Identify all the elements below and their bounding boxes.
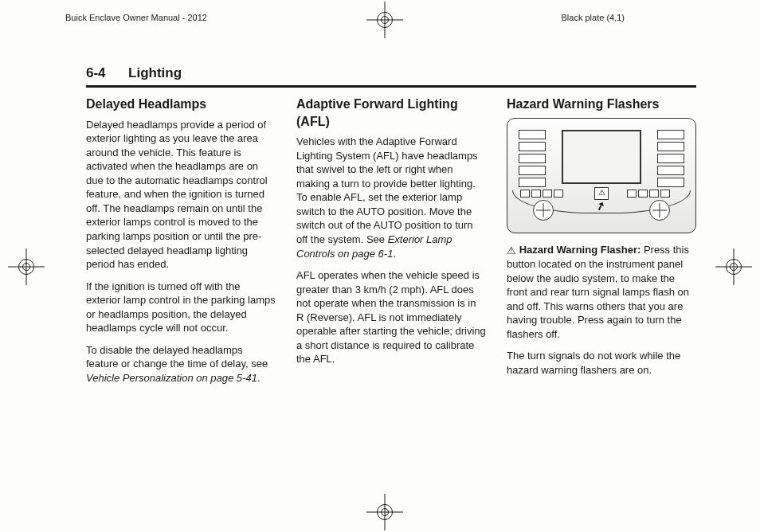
paragraph: The turn signals do not work while the h… (507, 349, 696, 377)
registration-mark-top (371, 6, 398, 33)
paragraph: ⚠ Hazard Warning Flasher: Press this but… (507, 243, 696, 342)
dashboard-illustration: ⚠ ➚ (507, 118, 696, 233)
heading-hazard: Hazard Warning Flashers (507, 96, 696, 113)
paragraph: AFL operates when the vehicle speed is g… (296, 268, 486, 366)
panel-button (657, 178, 684, 187)
panel-button (657, 154, 684, 163)
cross-reference: Vehicle Personalization on page 5-41 (86, 372, 257, 384)
panel-button (519, 142, 546, 151)
text: Vehicles with the Adaptive Forward Light… (296, 135, 478, 245)
section-header: 6-4 Lighting (86, 65, 696, 88)
left-button-stack (519, 130, 546, 190)
callout-label: Hazard Warning Flasher: (519, 244, 641, 256)
page-number: 6-4 (86, 65, 106, 80)
dashboard-panel: ⚠ ➚ (507, 118, 696, 233)
center-display (562, 130, 641, 184)
panel-button (519, 154, 546, 163)
registration-mark-bottom (371, 499, 398, 526)
text: . (393, 248, 396, 260)
column-delayed-headlamps: Delayed Headlamps Delayed headlamps prov… (86, 96, 276, 500)
panel-button (657, 130, 684, 139)
right-knob-icon (649, 200, 670, 221)
warning-triangle-icon: ⚠ (507, 244, 516, 256)
text: Press this button located on the instrum… (507, 244, 689, 340)
paragraph: Vehicles with the Adaptive Forward Light… (296, 135, 486, 260)
heading-delayed-headlamps: Delayed Headlamps (86, 96, 276, 113)
plate-info: Black plate (4,1) (562, 13, 625, 22)
panel-button (657, 166, 684, 175)
section-title: Lighting (128, 65, 182, 80)
paragraph: If the ignition is turned off with the e… (86, 280, 276, 335)
body-columns: Delayed Headlamps Delayed headlamps prov… (86, 96, 696, 500)
panel-button (519, 178, 546, 187)
paragraph: Delayed headlamps provide a period of ex… (86, 118, 276, 272)
panel-button (657, 142, 684, 151)
paragraph: To disable the delayed headlamps feature… (86, 343, 276, 385)
column-afl: Adaptive Forward Lighting (AFL) Vehicles… (296, 96, 486, 500)
registration-mark-left (13, 253, 40, 280)
right-button-stack (657, 130, 684, 190)
left-knob-icon (533, 200, 554, 221)
heading-afl: Adaptive Forward Lighting (AFL) (296, 96, 486, 130)
registration-mark-right (720, 253, 747, 280)
text: To disable the delayed headlamps feature… (86, 344, 268, 370)
column-hazard: Hazard Warning Flashers (507, 96, 696, 500)
manual-title: Buick Enclave Owner Manual - 2012 (65, 13, 207, 22)
panel-button (519, 166, 546, 175)
text: . (257, 372, 261, 384)
panel-button (519, 130, 546, 139)
